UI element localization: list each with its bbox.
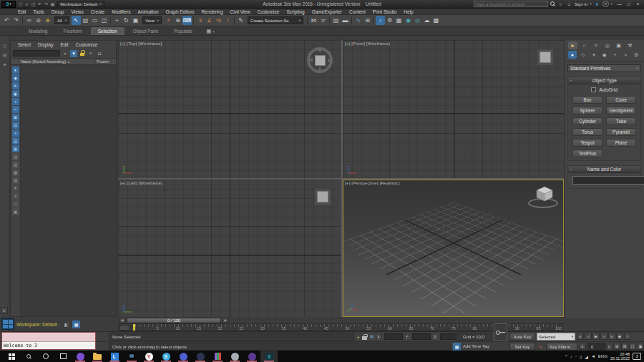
percent-snap-icon[interactable]: % <box>214 16 223 25</box>
viewcube-face[interactable] <box>315 55 326 66</box>
zoom-icon[interactable]: ⊕ <box>613 343 620 350</box>
menu-item[interactable]: Modifiers <box>108 9 134 14</box>
taskbar-app-circle[interactable] <box>192 351 209 362</box>
mirror-icon[interactable]: ⋈ <box>309 16 318 25</box>
rect-select-region-icon[interactable]: ▭ <box>90 16 99 25</box>
set-key-button[interactable]: Set Key <box>509 343 535 351</box>
autogrid-checkbox[interactable] <box>591 87 596 92</box>
cortana-button[interactable] <box>37 351 54 362</box>
select-rotate-icon[interactable]: ↻ <box>122 16 131 25</box>
key-filters-button[interactable]: Key Filters... <box>546 343 577 351</box>
add-time-tag-label[interactable]: Add Time Tag <box>463 344 489 348</box>
lock-explorer-icon[interactable] <box>79 50 86 57</box>
viewport-left[interactable]: [+] [Left] [Wireframe] <box>118 180 341 317</box>
minimize-button[interactable]: — <box>615 1 624 7</box>
cp-cat-lights-icon[interactable]: ☀ <box>590 51 598 59</box>
use-pivot-icon[interactable]: ⌖ <box>164 16 173 25</box>
object-type-button[interactable]: Cylinder <box>572 117 602 125</box>
viewcube[interactable] <box>540 52 551 63</box>
exchange-apps-icon[interactable]: X <box>594 1 600 7</box>
taskbar-app-gray[interactable] <box>226 351 243 362</box>
task-view-button[interactable] <box>54 351 72 362</box>
key-mode-icon[interactable]: ◆ <box>616 333 623 340</box>
menu-item[interactable]: Graph Editors <box>162 9 198 14</box>
viewport-layout-icon[interactable] <box>1 318 14 330</box>
menu-item[interactable]: Edit <box>14 9 29 14</box>
favorites-star-icon[interactable]: ☆ <box>557 1 564 7</box>
se-lock-cell-icon[interactable]: ▧ <box>12 177 19 184</box>
menu-item[interactable]: Group <box>47 9 67 14</box>
pick-object-icon[interactable]: ↖ <box>87 50 94 57</box>
edit-selection-sets-icon[interactable]: ✎ <box>236 16 245 25</box>
se-xrefs-icon[interactable]: ⊡ <box>12 122 19 129</box>
welcome-window-title[interactable]: Welcome to 3 <box>2 341 95 349</box>
restore-button[interactable]: □ <box>624 1 633 7</box>
object-type-button[interactable]: Torus <box>572 128 602 136</box>
select-scale-icon[interactable]: ▣ <box>131 16 140 25</box>
column-header-frozen[interactable]: Frozen <box>94 59 116 64</box>
viewcube[interactable] <box>317 191 328 202</box>
layer-manager-icon[interactable]: ▤ <box>331 16 341 25</box>
auto-key-button[interactable]: Auto Key <box>509 333 535 341</box>
column-header-name[interactable]: Name (Sorted Ascending) ▲ <box>11 59 94 64</box>
cp-cat-cameras-icon[interactable]: ◉ <box>600 51 609 59</box>
scene-explorer-list[interactable] <box>21 65 116 316</box>
render-production-icon[interactable]: ◉ <box>404 16 413 25</box>
taskbar-search-button[interactable] <box>20 351 37 362</box>
se-filter-list-icon[interactable]: ▼ <box>12 185 19 192</box>
save-file-icon[interactable]: ◫ <box>30 1 36 7</box>
tray-network-icon[interactable]: ◢ <box>585 354 588 359</box>
select-children-icon[interactable]: ⊡ <box>96 50 103 57</box>
tray-expand-icon[interactable]: ^ <box>565 354 567 358</box>
cp-tab-create-icon[interactable]: ► <box>568 41 577 49</box>
taskbar-app-winrar[interactable] <box>209 351 226 362</box>
scene-explorer-search-input[interactable] <box>13 50 60 57</box>
application-menu-button[interactable]: 3 ▾ <box>1 1 16 8</box>
se-materials-icon[interactable]: ◍ <box>12 145 19 152</box>
taskbar-app-mail[interactable]: ✉ <box>123 351 140 362</box>
se-frozen-icon[interactable]: ▤ <box>12 153 19 160</box>
menu-item[interactable]: Views <box>67 9 87 14</box>
se-collapse-icon[interactable]: ▭ <box>12 200 19 207</box>
taskbar-app-media[interactable] <box>72 351 89 362</box>
search-icon[interactable] <box>550 1 555 6</box>
select-link-icon[interactable]: ∞ <box>24 16 34 25</box>
angle-snap-icon[interactable]: ∠ <box>205 16 214 25</box>
taskbar-app-discord[interactable] <box>175 351 192 362</box>
ribbon-config-button[interactable]: ▦ ▾ <box>207 29 215 34</box>
render-iterative-icon[interactable]: ◎ <box>413 16 422 25</box>
viewport-front[interactable]: [+] [Front] [Wireframe] <box>343 40 564 178</box>
object-type-button[interactable]: Sphere <box>572 107 602 114</box>
selection-filter-dropdown[interactable]: All▾ <box>54 16 69 24</box>
cp-cat-spacewarps-icon[interactable]: ≈ <box>621 51 630 59</box>
isolate-bulb-icon[interactable]: ● <box>357 335 359 339</box>
name-and-color-rollout-header[interactable]: - Name and Color <box>568 166 640 173</box>
taskbar-app-purple[interactable] <box>243 351 260 362</box>
close-button[interactable]: × <box>633 1 643 7</box>
scene-explorer-menu[interactable]: Display <box>35 42 56 47</box>
object-type-button[interactable]: Box <box>572 96 602 104</box>
render-setup-icon[interactable]: ⚙ <box>385 16 394 25</box>
cp-tab-modify-icon[interactable]: ∩ <box>580 41 589 49</box>
redo-quick-icon[interactable]: ↷ <box>43 1 49 7</box>
cp-tab-hierarchy-icon[interactable]: ≡ <box>591 41 600 49</box>
help-search-input[interactable] <box>474 1 548 7</box>
project-folder-icon[interactable]: ▤ <box>49 1 56 7</box>
zoom-extents-icon[interactable]: ▢ <box>629 343 636 350</box>
menu-item[interactable]: Animation <box>135 9 162 14</box>
welcome-screen-window[interactable]: Welcome to 3 <box>1 332 96 350</box>
scene-explorer-menu[interactable]: Edit <box>57 42 71 47</box>
taskbar-app-yandex[interactable]: Y <box>140 351 157 362</box>
select-move-icon[interactable]: + <box>112 16 122 25</box>
menu-item[interactable]: Civil View <box>227 9 254 14</box>
open-file-icon[interactable]: ▱ <box>24 1 30 7</box>
se-groups-icon[interactable]: ⊞ <box>12 114 19 121</box>
go-to-start-button[interactable]: « <box>579 343 586 350</box>
cp-cat-systems-icon[interactable]: ⚙ <box>632 51 640 59</box>
redo-icon[interactable]: ↷ <box>11 16 21 25</box>
snap-3d-icon[interactable]: 3 <box>195 16 205 25</box>
ribbon-tab-object-paint[interactable]: Object Paint <box>126 27 165 35</box>
object-name-input[interactable] <box>572 176 644 185</box>
viewport-perspective[interactable]: [+] [Perspective] [Realistic] <box>343 180 564 317</box>
viewport-label[interactable]: [+] [Front] [Wireframe] <box>345 41 390 46</box>
